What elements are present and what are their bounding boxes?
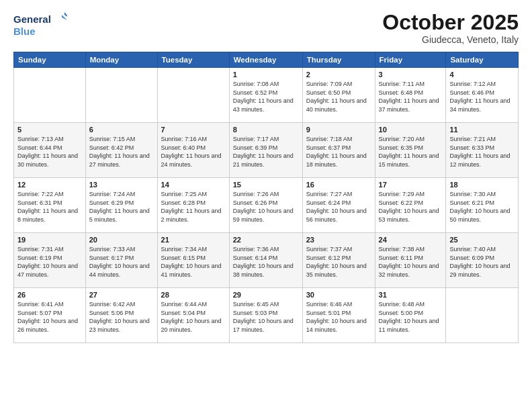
- day-number: 23: [306, 236, 371, 244]
- day-info: Sunrise: 7:31 AM Sunset: 6:19 PM Dayligh…: [17, 245, 82, 279]
- day-info: Sunrise: 7:36 AM Sunset: 6:14 PM Dayligh…: [233, 245, 299, 279]
- day-info: Sunrise: 7:24 AM Sunset: 6:29 PM Dayligh…: [89, 190, 154, 224]
- col-wednesday: Wednesday: [229, 52, 302, 68]
- calendar-cell: 23Sunrise: 7:37 AM Sunset: 6:12 PM Dayli…: [302, 233, 375, 288]
- day-info: Sunrise: 6:48 AM Sunset: 5:00 PM Dayligh…: [379, 300, 443, 334]
- day-number: 28: [161, 291, 226, 299]
- day-info: Sunrise: 6:42 AM Sunset: 5:06 PM Dayligh…: [89, 300, 154, 334]
- calendar-cell: 12Sunrise: 7:22 AM Sunset: 6:31 PM Dayli…: [14, 178, 86, 233]
- day-info: Sunrise: 7:37 AM Sunset: 6:12 PM Dayligh…: [306, 245, 371, 279]
- day-info: Sunrise: 7:27 AM Sunset: 6:24 PM Dayligh…: [306, 190, 371, 224]
- day-number: 1: [233, 71, 299, 79]
- calendar-cell: 27Sunrise: 6:42 AM Sunset: 5:06 PM Dayli…: [85, 288, 157, 343]
- day-number: 9: [306, 126, 371, 134]
- calendar-cell: 19Sunrise: 7:31 AM Sunset: 6:19 PM Dayli…: [14, 233, 86, 288]
- logo-svg: General Blue: [13, 11, 67, 39]
- day-info: Sunrise: 7:33 AM Sunset: 6:17 PM Dayligh…: [89, 245, 154, 279]
- day-number: 5: [17, 126, 82, 134]
- day-number: 24: [379, 236, 443, 244]
- day-number: 20: [89, 236, 154, 244]
- calendar-week-row: 19Sunrise: 7:31 AM Sunset: 6:19 PM Dayli…: [14, 233, 519, 288]
- page: General Blue October 2025 Giudecca, Vene…: [0, 0, 532, 411]
- day-info: Sunrise: 7:16 AM Sunset: 6:40 PM Dayligh…: [161, 135, 226, 169]
- svg-text:General: General: [13, 13, 51, 25]
- day-info: Sunrise: 7:22 AM Sunset: 6:31 PM Dayligh…: [17, 190, 82, 224]
- calendar-cell: 25Sunrise: 7:40 AM Sunset: 6:09 PM Dayli…: [446, 233, 519, 288]
- col-saturday: Saturday: [446, 52, 519, 68]
- day-number: 27: [89, 291, 154, 299]
- calendar-cell: 11Sunrise: 7:21 AM Sunset: 6:33 PM Dayli…: [446, 123, 519, 178]
- calendar-cell: 18Sunrise: 7:30 AM Sunset: 6:21 PM Dayli…: [446, 178, 519, 233]
- calendar-cell: 9Sunrise: 7:18 AM Sunset: 6:37 PM Daylig…: [302, 123, 375, 178]
- day-number: 15: [233, 181, 299, 189]
- calendar-cell: 26Sunrise: 6:41 AM Sunset: 5:07 PM Dayli…: [14, 288, 86, 343]
- calendar-cell: 10Sunrise: 7:20 AM Sunset: 6:35 PM Dayli…: [375, 123, 446, 178]
- calendar-cell: 6Sunrise: 7:15 AM Sunset: 6:42 PM Daylig…: [85, 123, 157, 178]
- day-number: 11: [449, 126, 515, 134]
- calendar-header-row: Sunday Monday Tuesday Wednesday Thursday…: [14, 52, 519, 68]
- calendar-cell: [85, 68, 157, 123]
- svg-text:Blue: Blue: [13, 26, 36, 37]
- day-info: Sunrise: 7:20 AM Sunset: 6:35 PM Dayligh…: [379, 135, 443, 169]
- day-info: Sunrise: 6:45 AM Sunset: 5:03 PM Dayligh…: [233, 300, 299, 334]
- day-number: 3: [379, 71, 443, 79]
- day-number: 16: [306, 181, 371, 189]
- day-info: Sunrise: 7:09 AM Sunset: 6:50 PM Dayligh…: [306, 80, 371, 113]
- day-info: Sunrise: 6:46 AM Sunset: 5:01 PM Dayligh…: [306, 300, 371, 334]
- day-number: 25: [449, 236, 515, 244]
- calendar-cell: 31Sunrise: 6:48 AM Sunset: 5:00 PM Dayli…: [375, 288, 446, 343]
- day-number: 22: [233, 236, 299, 244]
- day-info: Sunrise: 7:13 AM Sunset: 6:44 PM Dayligh…: [17, 135, 82, 169]
- col-sunday: Sunday: [14, 52, 86, 68]
- day-info: Sunrise: 7:08 AM Sunset: 6:52 PM Dayligh…: [233, 80, 299, 113]
- calendar-cell: 8Sunrise: 7:17 AM Sunset: 6:39 PM Daylig…: [229, 123, 302, 178]
- calendar-cell: 28Sunrise: 6:44 AM Sunset: 5:04 PM Dayli…: [157, 288, 229, 343]
- day-info: Sunrise: 7:11 AM Sunset: 6:48 PM Dayligh…: [379, 80, 443, 113]
- day-number: 6: [89, 126, 154, 134]
- calendar-cell: 13Sunrise: 7:24 AM Sunset: 6:29 PM Dayli…: [85, 178, 157, 233]
- day-info: Sunrise: 7:40 AM Sunset: 6:09 PM Dayligh…: [449, 245, 515, 279]
- day-info: Sunrise: 7:34 AM Sunset: 6:15 PM Dayligh…: [161, 245, 226, 279]
- title-block: October 2025 Giudecca, Veneto, Italy: [382, 11, 519, 45]
- calendar-cell: 4Sunrise: 7:12 AM Sunset: 6:46 PM Daylig…: [446, 68, 519, 123]
- calendar-cell: 24Sunrise: 7:38 AM Sunset: 6:11 PM Dayli…: [375, 233, 446, 288]
- col-friday: Friday: [375, 52, 446, 68]
- day-number: 17: [379, 181, 443, 189]
- day-info: Sunrise: 6:44 AM Sunset: 5:04 PM Dayligh…: [161, 300, 226, 334]
- day-info: Sunrise: 7:25 AM Sunset: 6:28 PM Dayligh…: [161, 190, 226, 224]
- calendar-cell: [14, 68, 86, 123]
- col-thursday: Thursday: [302, 52, 375, 68]
- location-subtitle: Giudecca, Veneto, Italy: [382, 34, 519, 45]
- header: General Blue October 2025 Giudecca, Vene…: [13, 11, 519, 45]
- day-number: 7: [161, 126, 226, 134]
- calendar-cell: 5Sunrise: 7:13 AM Sunset: 6:44 PM Daylig…: [14, 123, 86, 178]
- day-number: 18: [449, 181, 515, 189]
- calendar-cell: 20Sunrise: 7:33 AM Sunset: 6:17 PM Dayli…: [85, 233, 157, 288]
- calendar-week-row: 12Sunrise: 7:22 AM Sunset: 6:31 PM Dayli…: [14, 178, 519, 233]
- day-info: Sunrise: 7:38 AM Sunset: 6:11 PM Dayligh…: [379, 245, 443, 279]
- col-tuesday: Tuesday: [157, 52, 229, 68]
- day-number: 2: [306, 71, 371, 79]
- calendar-cell: 29Sunrise: 6:45 AM Sunset: 5:03 PM Dayli…: [229, 288, 302, 343]
- calendar-cell: 17Sunrise: 7:29 AM Sunset: 6:22 PM Dayli…: [375, 178, 446, 233]
- calendar-cell: 22Sunrise: 7:36 AM Sunset: 6:14 PM Dayli…: [229, 233, 302, 288]
- day-number: 30: [306, 291, 371, 299]
- day-number: 13: [89, 181, 154, 189]
- calendar-cell: 1Sunrise: 7:08 AM Sunset: 6:52 PM Daylig…: [229, 68, 302, 123]
- day-info: Sunrise: 7:12 AM Sunset: 6:46 PM Dayligh…: [449, 80, 515, 113]
- calendar-week-row: 1Sunrise: 7:08 AM Sunset: 6:52 PM Daylig…: [14, 68, 519, 123]
- calendar-cell: 3Sunrise: 7:11 AM Sunset: 6:48 PM Daylig…: [375, 68, 446, 123]
- calendar-table: Sunday Monday Tuesday Wednesday Thursday…: [13, 52, 519, 343]
- day-info: Sunrise: 7:18 AM Sunset: 6:37 PM Dayligh…: [306, 135, 371, 169]
- calendar-cell: 30Sunrise: 6:46 AM Sunset: 5:01 PM Dayli…: [302, 288, 375, 343]
- month-title: October 2025: [382, 11, 519, 34]
- calendar-cell: 15Sunrise: 7:26 AM Sunset: 6:26 PM Dayli…: [229, 178, 302, 233]
- day-info: Sunrise: 6:41 AM Sunset: 5:07 PM Dayligh…: [17, 300, 82, 334]
- calendar-cell: 16Sunrise: 7:27 AM Sunset: 6:24 PM Dayli…: [302, 178, 375, 233]
- day-number: 21: [161, 236, 226, 244]
- calendar-cell: [446, 288, 519, 343]
- day-info: Sunrise: 7:29 AM Sunset: 6:22 PM Dayligh…: [379, 190, 443, 224]
- day-info: Sunrise: 7:26 AM Sunset: 6:26 PM Dayligh…: [233, 190, 299, 224]
- calendar-week-row: 5Sunrise: 7:13 AM Sunset: 6:44 PM Daylig…: [14, 123, 519, 178]
- calendar-cell: 14Sunrise: 7:25 AM Sunset: 6:28 PM Dayli…: [157, 178, 229, 233]
